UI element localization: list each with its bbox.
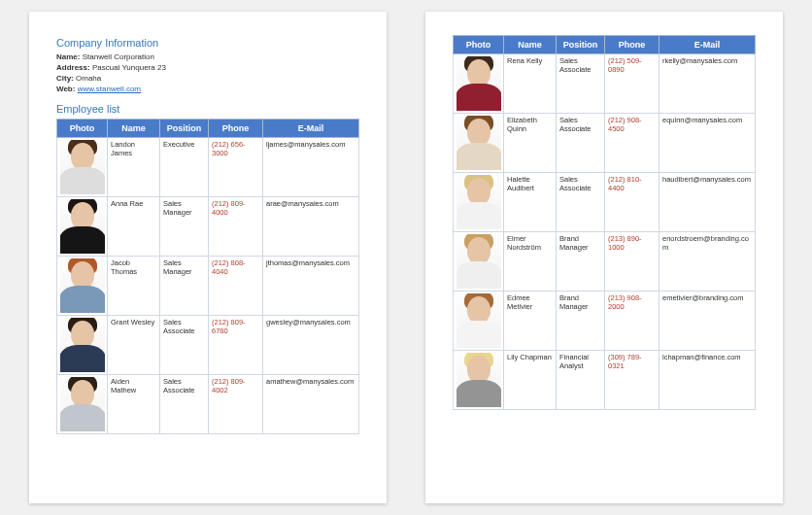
cell-photo — [57, 138, 108, 197]
table-row: Elizabeth QuinnSales Associate(212) 908-… — [454, 114, 756, 173]
table-row: Rena KellySales Associate(212) 509-0890r… — [454, 54, 756, 114]
col-phone: Phone — [209, 120, 263, 138]
table-row: Elmer NordströmBrand Manager(213) 890-10… — [454, 232, 756, 292]
avatar — [60, 199, 105, 254]
cell-position: Brand Manager — [557, 292, 605, 351]
cell-phone: (213) 908-2000 — [605, 292, 660, 351]
company-city-line: City: Omaha — [56, 74, 359, 83]
cell-position: Executive — [160, 138, 209, 197]
cell-name: Lily Chapman — [504, 351, 557, 410]
avatar — [457, 234, 501, 289]
cell-email: gwesley@manysales.com — [263, 316, 359, 375]
col-position: Position — [557, 36, 605, 54]
cell-name: Anna Rae — [108, 197, 160, 257]
company-address-line: Address: Pascual Yunquera 23 — [56, 63, 359, 72]
company-address-value: Pascual Yunquera 23 — [92, 63, 166, 72]
cell-position: Sales Manager — [160, 257, 209, 316]
cell-phone: (212) 509-0890 — [605, 54, 660, 114]
company-city-label: City: — [56, 74, 74, 83]
avatar — [457, 353, 501, 407]
cell-name: Grant Wesley — [108, 316, 160, 375]
employee-table-page1: Photo Name Position Phone E-Mail Landon … — [56, 119, 359, 434]
cell-photo — [454, 54, 504, 114]
company-name-label: Name: — [56, 52, 80, 61]
company-web-line: Web: www.stanwell.com — [56, 85, 359, 93]
cell-position: Sales Associate — [557, 114, 605, 173]
cell-email: haudibert@manysales.com — [660, 173, 756, 232]
cell-phone: (213) 890-1000 — [605, 232, 660, 292]
table-row: Grant WesleySales Associate(212) 809-678… — [57, 316, 359, 375]
cell-position: Financial Analyst — [557, 351, 605, 410]
cell-name: Landon James — [108, 138, 160, 197]
col-phone: Phone — [605, 36, 660, 54]
col-photo: Photo — [57, 120, 108, 138]
cell-photo — [454, 114, 504, 173]
cell-position: Brand Manager — [557, 232, 605, 292]
cell-email: jthomas@manysales.com — [263, 257, 359, 316]
cell-position: Sales Associate — [160, 316, 209, 375]
cell-photo — [57, 375, 108, 434]
col-photo: Photo — [454, 36, 504, 54]
cell-photo — [454, 351, 504, 410]
cell-email: rkelly@manysales.com — [660, 54, 756, 114]
col-name: Name — [108, 120, 160, 138]
company-city-value: Omaha — [76, 74, 101, 83]
cell-email: enordstroem@branding.com — [660, 232, 756, 292]
avatar — [60, 258, 105, 313]
cell-photo — [454, 173, 504, 232]
col-name: Name — [504, 36, 557, 54]
employee-rows-page1: Landon JamesExecutive(212) 656-3000ljame… — [57, 138, 359, 434]
cell-photo — [57, 197, 108, 257]
cell-phone: (212) 809-4002 — [209, 375, 263, 434]
cell-phone: (212) 656-3000 — [209, 138, 263, 197]
document-page-1: Company Information Name: Stanwell Corpo… — [29, 12, 387, 503]
table-row: Halette AudibertSales Associate(212) 810… — [454, 173, 756, 232]
table-row: Edmee MetivierBrand Manager(213) 908-200… — [454, 292, 756, 351]
employee-list-heading: Employee list — [56, 103, 359, 115]
avatar — [60, 318, 105, 372]
avatar — [457, 116, 501, 170]
cell-email: emetivier@branding.com — [660, 292, 756, 351]
cell-photo — [454, 232, 504, 292]
cell-photo — [454, 292, 504, 351]
avatar — [60, 377, 105, 431]
cell-email: arae@manysales.com — [263, 197, 359, 257]
cell-photo — [57, 316, 108, 375]
table-row: Landon JamesExecutive(212) 656-3000ljame… — [57, 138, 359, 197]
cell-name: Edmee Metivier — [504, 292, 557, 351]
avatar — [457, 56, 501, 111]
cell-position: Sales Associate — [557, 173, 605, 232]
company-address-label: Address: — [56, 63, 90, 72]
cell-phone: (212) 808-4040 — [209, 257, 263, 316]
cell-email: lchapman@finance.com — [660, 351, 756, 410]
cell-position: Sales Associate — [160, 375, 209, 434]
employee-table-page2: Photo Name Position Phone E-Mail Rena Ke… — [453, 35, 756, 410]
employee-rows-page2: Rena KellySales Associate(212) 509-0890r… — [454, 54, 756, 410]
company-info-heading: Company Information — [56, 37, 359, 49]
table-row: Jacob ThomasSales Manager(212) 808-4040j… — [57, 257, 359, 316]
cell-phone: (212) 809-6780 — [209, 316, 263, 375]
cell-name: Elmer Nordström — [504, 232, 557, 292]
cell-email: equinn@manysales.com — [660, 114, 756, 173]
table-row: Aiden MathewSales Associate(212) 809-400… — [57, 375, 359, 434]
cell-email: ljames@manysales.com — [263, 138, 359, 197]
cell-name: Halette Audibert — [504, 173, 557, 232]
table-row: Lily ChapmanFinancial Analyst(309) 789-0… — [454, 351, 756, 410]
table-row: Anna RaeSales Manager(212) 809-4000arae@… — [57, 197, 359, 257]
avatar — [457, 175, 501, 229]
cell-phone: (212) 809-4000 — [209, 197, 263, 257]
cell-phone: (212) 810-4400 — [605, 173, 660, 232]
col-position: Position — [160, 120, 209, 138]
cell-phone: (309) 789-0321 — [605, 351, 660, 410]
document-page-2: Photo Name Position Phone E-Mail Rena Ke… — [425, 12, 783, 503]
company-web-link[interactable]: www.stanwell.com — [78, 85, 141, 93]
company-name-value: Stanwell Corporation — [83, 52, 154, 61]
company-name-line: Name: Stanwell Corporation — [56, 52, 359, 61]
col-email: E-Mail — [660, 36, 756, 54]
company-web-label: Web: — [56, 85, 75, 93]
cell-photo — [57, 257, 108, 316]
cell-name: Elizabeth Quinn — [504, 114, 557, 173]
cell-position: Sales Associate — [557, 54, 605, 114]
cell-name: Jacob Thomas — [108, 257, 160, 316]
avatar — [60, 140, 105, 194]
